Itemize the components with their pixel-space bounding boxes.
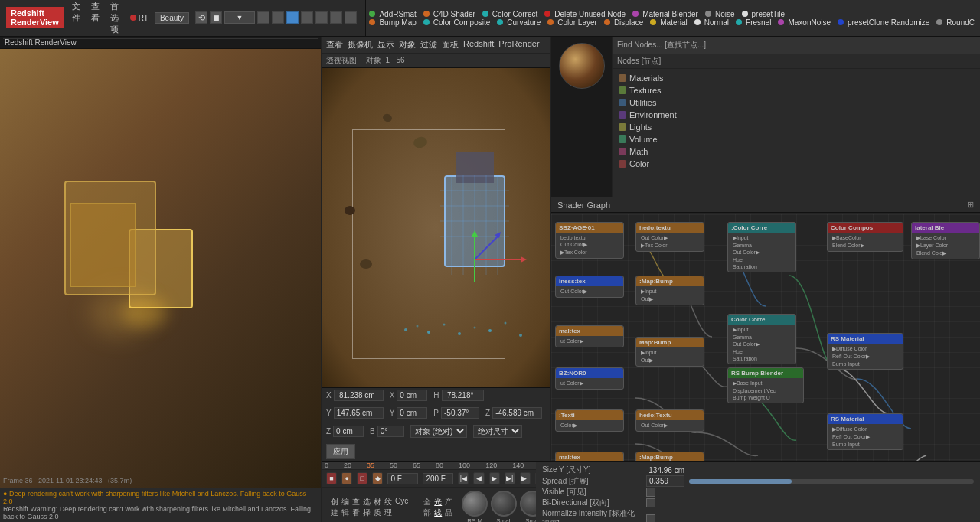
maxonnoise-btn[interactable]: MaxonNoise	[786, 18, 833, 28]
z-input[interactable]	[492, 407, 542, 419]
toolbar-icon-c	[286, 11, 299, 24]
tree-item-environment[interactable]: Environment	[616, 109, 977, 121]
zrot-input[interactable]	[333, 426, 364, 437]
vp-menu-object[interactable]: 对象	[399, 39, 416, 51]
menu-prefs[interactable]: 首选项	[108, 0, 121, 37]
toolbar-btn-1[interactable]: ⟲	[195, 11, 207, 24]
normal-btn[interactable]: Normal	[702, 18, 731, 28]
prop-visible-checkbox[interactable]	[646, 488, 655, 497]
size-selector[interactable]: 绝对尺寸 相对尺寸	[473, 425, 522, 438]
toolbar-dropdown[interactable]: ▼	[224, 11, 255, 24]
snode-colorcorrect1[interactable]: :Color Corre ▶Input Gamma Out Color▶ Hue…	[727, 222, 796, 272]
end-frame-input[interactable]	[423, 473, 453, 484]
record-btn[interactable]: ●	[341, 472, 352, 484]
color-layer-btn[interactable]: Color Layer	[555, 18, 599, 28]
tab-cyc[interactable]: Cyc	[395, 497, 408, 518]
prop-spread-input[interactable]	[646, 475, 684, 487]
tree-item-textures[interactable]: Textures	[616, 84, 977, 96]
vp-menu-filter[interactable]: 过滤	[420, 39, 437, 51]
tab-create[interactable]: 创建	[331, 497, 338, 518]
snode-rsmaterial2-port1: ▶Diffuse Color	[831, 426, 900, 433]
bump-map-btn[interactable]: Bump Map	[377, 18, 418, 28]
next-frame-btn[interactable]: ▶|	[505, 472, 515, 484]
vp-menu-show[interactable]: 显示	[377, 39, 394, 51]
toolbar-btn-2[interactable]: ⏹	[210, 11, 222, 24]
snode-lateral-blend[interactable]: lateral Ble ▶base Color ▶Layer Color Ble…	[911, 222, 980, 259]
curvature-btn[interactable]: Curvature	[505, 18, 543, 28]
snode-albedo3[interactable]: hedo:Textu Out Color▶	[635, 409, 704, 432]
product-tab[interactable]: 产品	[445, 497, 452, 518]
preset-clone-btn[interactable]: presetClone Randomize	[845, 18, 932, 28]
snode-rsmaterial2[interactable]: RS Material ▶Diffuse Color Refl Out Colo…	[827, 413, 903, 450]
snode-albedo2[interactable]: hedo:textu Out Color▶ ▶Tex Color	[635, 222, 704, 252]
beauty-selector[interactable]: Beauty	[155, 12, 189, 24]
shader-graph-expand[interactable]: ⊞	[967, 200, 974, 210]
vp-menu-view[interactable]: 查看	[326, 39, 343, 51]
h-input[interactable]	[442, 390, 484, 401]
viewport-canvas[interactable]	[322, 68, 550, 387]
tree-item-volume[interactable]: Volume	[616, 133, 977, 145]
play-btn[interactable]: ▶	[489, 472, 500, 484]
tree-item-lights[interactable]: Lights	[616, 121, 977, 133]
displace-btn[interactable]: Displace	[612, 18, 645, 28]
snode-iness[interactable]: iness:tex Out Color▶	[555, 276, 624, 298]
snode-albedo[interactable]: SBZ·AGE·01 bedo:textu Out Color▶ ▶Tex Co…	[555, 222, 624, 259]
vp-menu-camera[interactable]: 摄像机	[348, 39, 373, 51]
light-tab[interactable]: 光线	[434, 497, 442, 518]
material-btn[interactable]: Material	[658, 18, 690, 28]
apply-button[interactable]: 应用	[326, 444, 355, 459]
tab-texture[interactable]: 纹理	[384, 497, 392, 518]
snode-tex2[interactable]: :Texti Color▶	[555, 409, 624, 432]
roundc-btn[interactable]: RoundC	[944, 18, 977, 28]
prop-bidirectional-checkbox[interactable]	[646, 498, 655, 507]
snode-colorcompos[interactable]: Color Compos ▶BaseColor Blend Color▶	[827, 222, 903, 252]
render-image	[0, 49, 321, 488]
tab-edit[interactable]: 编辑	[341, 497, 349, 518]
menu-file[interactable]: 文件	[70, 0, 83, 37]
y-input[interactable]	[334, 407, 384, 419]
snode-mapbump2[interactable]: Map:Bump ▶Input Out▶	[635, 337, 704, 367]
prev-frame-btn[interactable]: ◀	[473, 472, 484, 484]
stop-btn[interactable]: ■	[326, 472, 337, 484]
tree-item-utilities[interactable]: Utilities	[616, 96, 977, 109]
start-frame-input[interactable]	[387, 473, 418, 484]
stop2-btn[interactable]: □	[357, 472, 368, 484]
snode-mal1[interactable]: mal:tex ut Color▶	[555, 325, 624, 347]
snode-colorcorrect2[interactable]: Color Corre ▶Input Gamma Out Color▶ Hue …	[727, 314, 796, 364]
swatch-small1-sphere[interactable]	[491, 491, 517, 517]
prop-spread-slider[interactable]	[689, 479, 974, 484]
tab-material[interactable]: 材质	[374, 497, 381, 518]
snode-bumpblender-body: ▶Base Input Displacement Vec Bump Weight…	[728, 378, 803, 403]
svg-line-13	[475, 237, 498, 259]
swatch-rs-sphere[interactable]	[462, 491, 488, 517]
b-input[interactable]	[377, 426, 404, 437]
find-nodes-label: Find Nodes... [查找节点...]	[617, 40, 706, 51]
snode-normal[interactable]: BZ:NOR0 ut Color▶	[555, 367, 624, 390]
next-btn[interactable]: ▶|	[520, 472, 531, 484]
p-input[interactable]	[441, 407, 479, 419]
vp-menu-prorender[interactable]: ProRender	[498, 39, 539, 51]
xrot-input[interactable]	[397, 390, 427, 401]
snode-normal-port1: ut Color▶	[559, 380, 620, 387]
tree-item-math[interactable]: Math	[616, 145, 977, 158]
snode-bumpblender[interactable]: RS Bump Blender ▶Base Input Displacement…	[727, 367, 804, 403]
color-composite-btn[interactable]: Color Composite	[431, 18, 492, 28]
prev-btn[interactable]: |◀	[458, 472, 469, 484]
prop-sizey-value[interactable]: 134.96 cm	[646, 466, 684, 475]
tree-item-materials[interactable]: Materials	[616, 72, 977, 84]
vp-menu-panel[interactable]: 面板	[442, 39, 459, 51]
fresnel-btn[interactable]: Fresnel	[743, 18, 773, 28]
prop-normalize-checkbox[interactable]	[646, 514, 655, 522]
tab-view[interactable]: 查看	[352, 497, 360, 518]
tab-select[interactable]: 选择	[363, 497, 371, 518]
snode-rsmaterial1[interactable]: RS Material ▶Diffuse Color Refl Out Colo…	[827, 333, 903, 370]
all-tab[interactable]: 全部	[423, 497, 431, 518]
mode-selector[interactable]: 对象 (绝对) 世界坐标	[410, 425, 467, 438]
x-input[interactable]	[334, 390, 384, 401]
snode-mapbump1[interactable]: :Map:Bump ▶Input Out▶	[635, 276, 704, 305]
orange-btn[interactable]: ◆	[372, 472, 383, 484]
menu-view[interactable]: 查看	[89, 0, 102, 37]
vp-menu-redshift[interactable]: Redshift	[463, 39, 494, 51]
tree-item-color[interactable]: Color	[616, 158, 977, 170]
yrot-input[interactable]	[397, 407, 427, 419]
